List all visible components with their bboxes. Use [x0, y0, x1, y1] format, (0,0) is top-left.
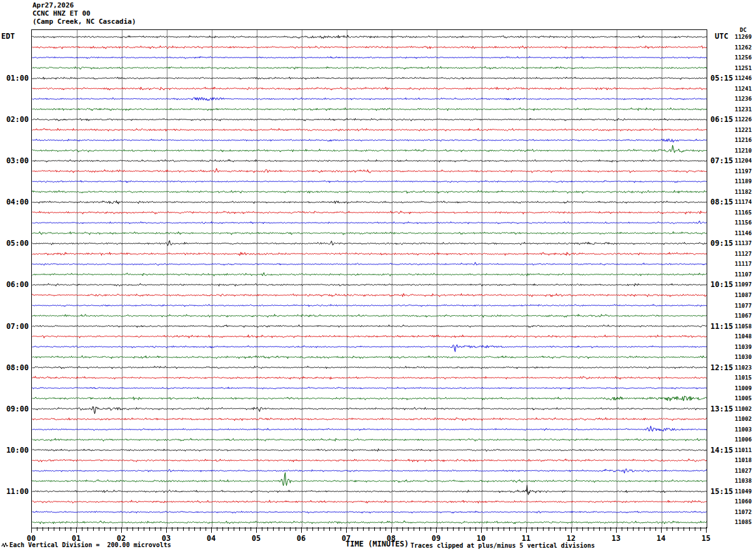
- x-tick-label: 05: [244, 534, 269, 543]
- dc-value: 11023: [735, 365, 752, 371]
- edt-label: 05:00: [0, 239, 29, 248]
- minor-tick: [357, 527, 358, 531]
- minor-tick: [380, 527, 380, 531]
- minor-tick: [87, 527, 88, 531]
- major-tick: [31, 527, 32, 533]
- minor-tick: [222, 527, 223, 531]
- minor-tick: [408, 527, 409, 531]
- minor-tick: [234, 527, 234, 531]
- minor-tick: [149, 527, 150, 531]
- dc-value: 11226: [735, 116, 752, 123]
- major-tick: [661, 527, 662, 533]
- minor-tick: [110, 527, 111, 531]
- minor-tick: [65, 527, 66, 531]
- minor-tick: [554, 527, 555, 531]
- utc-label: 05:15: [710, 74, 733, 83]
- utc-label: 09:15: [710, 239, 733, 248]
- major-tick: [706, 527, 707, 533]
- minor-tick: [341, 527, 341, 531]
- minor-tick: [695, 527, 695, 531]
- waveform-glyph-icon: [1, 541, 9, 548]
- x-tick-label: 10: [469, 534, 494, 543]
- minor-tick: [537, 527, 538, 531]
- minor-tick: [627, 527, 628, 531]
- major-tick: [526, 527, 527, 533]
- major-tick: [481, 527, 482, 533]
- minor-tick: [577, 527, 577, 531]
- minor-tick: [127, 527, 127, 531]
- x-tick-label: 15: [694, 534, 719, 543]
- minor-tick: [279, 527, 279, 531]
- minor-tick: [633, 527, 634, 531]
- x-tick-label: 09: [424, 534, 449, 543]
- x-tick-label: 11: [514, 534, 539, 543]
- dc-value: 11262: [735, 44, 752, 51]
- dc-value: 11087: [735, 292, 752, 298]
- x-tick-label: 14: [649, 534, 674, 543]
- minor-tick: [59, 527, 60, 531]
- dc-value: 11038: [735, 478, 752, 484]
- minor-tick: [700, 527, 701, 531]
- plot-date: Apr27,2026: [32, 1, 74, 9]
- scale-footnote: Each Vertical Division = 200.00 microvol…: [9, 541, 171, 548]
- minor-tick: [622, 527, 622, 531]
- minor-tick: [605, 527, 605, 531]
- minor-tick: [290, 527, 291, 531]
- minor-tick: [672, 527, 673, 531]
- utc-label: 06:15: [710, 115, 733, 124]
- minor-tick: [610, 527, 611, 531]
- minor-tick: [369, 527, 369, 531]
- minor-tick: [655, 527, 656, 531]
- dc-value: 11182: [735, 189, 752, 195]
- major-tick: [166, 527, 167, 533]
- major-tick: [616, 527, 617, 533]
- minor-tick: [48, 527, 49, 531]
- utc-label: 12:15: [710, 363, 733, 372]
- dc-value: 11011: [735, 447, 752, 453]
- dc-value: 11027: [735, 468, 752, 474]
- minor-tick: [599, 527, 600, 531]
- minor-tick: [419, 527, 420, 531]
- dc-value: 11197: [735, 168, 752, 174]
- minor-tick: [470, 527, 470, 531]
- minor-tick: [487, 527, 487, 531]
- minor-tick: [363, 527, 364, 531]
- dc-value: 11246: [735, 75, 752, 81]
- minor-tick: [312, 527, 313, 531]
- minor-tick: [464, 527, 465, 531]
- major-tick: [76, 527, 77, 533]
- minor-tick: [684, 527, 684, 531]
- edt-label: 11:00: [0, 487, 29, 496]
- minor-tick: [560, 527, 560, 531]
- dc-value: 11216: [735, 137, 752, 143]
- dc-value: 11189: [735, 178, 752, 184]
- dc-value: 11174: [735, 199, 752, 205]
- minor-tick: [251, 527, 251, 531]
- minor-tick: [296, 527, 296, 531]
- minor-tick: [262, 527, 262, 531]
- edt-label: 08:00: [0, 363, 29, 372]
- right-axis-header-utc: UTC: [715, 32, 729, 41]
- minor-tick: [644, 527, 645, 531]
- dc-value: 11107: [735, 271, 752, 278]
- station-location: (Camp Creek, NC Cascadia): [32, 18, 136, 26]
- minor-tick: [515, 527, 515, 531]
- dc-value: 11030: [735, 354, 752, 360]
- minor-tick: [667, 527, 667, 531]
- dc-value: 11241: [735, 86, 752, 92]
- edt-label: 07:00: [0, 322, 29, 331]
- edt-label: 04:00: [0, 198, 29, 206]
- dc-value: 11156: [735, 219, 752, 226]
- dc-value: 11058: [735, 323, 752, 330]
- minor-tick: [442, 527, 442, 531]
- dc-value: 11067: [735, 313, 752, 319]
- dc-value: 11039: [735, 344, 752, 350]
- dc-value: 11269: [735, 34, 752, 40]
- major-tick: [346, 527, 347, 533]
- minor-tick: [245, 527, 246, 531]
- dc-value: 11015: [735, 375, 752, 381]
- major-tick: [121, 527, 122, 533]
- minor-tick: [520, 527, 521, 531]
- minor-tick: [71, 527, 71, 531]
- minor-tick: [509, 527, 510, 531]
